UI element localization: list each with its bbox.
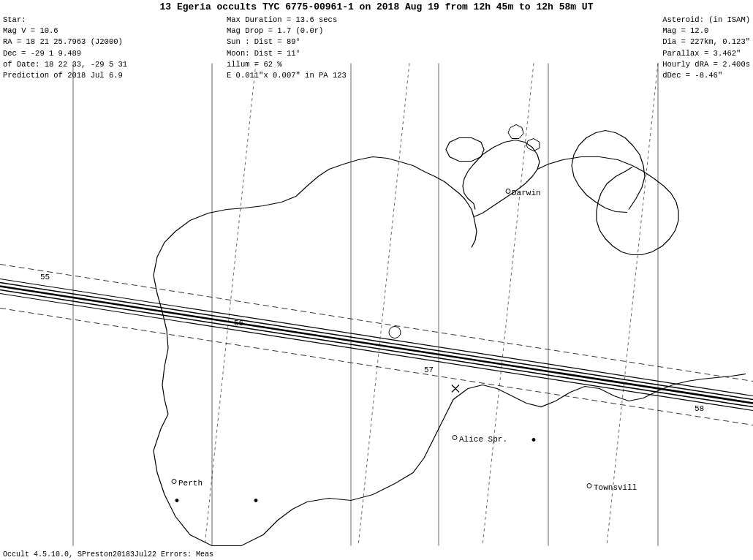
svg-line-5: [0, 309, 753, 425]
time-labels: 55 56 57 58: [40, 273, 704, 413]
svg-line-15: [358, 64, 409, 546]
svg-line-14: [205, 64, 256, 546]
cross-marker: [452, 385, 459, 393]
ref-dot-1: [254, 499, 257, 502]
label-55: 55: [40, 273, 50, 281]
svg-point-21: [587, 484, 591, 488]
svg-line-2: [0, 294, 753, 411]
map-area: 55 56 57 58 Darwin Alice Spr. Perth Town…: [0, 62, 753, 547]
city-perth: Perth: [178, 479, 203, 488]
title-bar: 13 Egeria occults TYC 6775-00961-1 on 20…: [0, 1, 753, 12]
asteroid-dia: Dia = 227km, 0.123": [662, 37, 750, 48]
label-58: 58: [695, 404, 704, 413]
svg-line-4: [0, 265, 753, 382]
label-56: 56: [234, 319, 243, 328]
moon-dist: Moon: Dist = 11°: [227, 48, 347, 59]
svg-line-3: [0, 287, 753, 404]
svg-line-7: [0, 290, 753, 407]
occultation-path: [0, 265, 753, 425]
mag-drop: Mag Drop = 1.7 (0.0r): [227, 26, 347, 37]
main-container: 13 Egeria occults TYC 6775-00961-1 on 20…: [0, 0, 753, 560]
footer-text: Occult 4.5.10.0, SPreston20183Jul22 Erro…: [3, 550, 213, 559]
sun-dist: Sun : Dist = 89°: [227, 37, 347, 48]
svg-point-18: [506, 189, 510, 194]
ref-dot-3: [175, 499, 178, 502]
footer: Occult 4.5.10.0, SPreston20183Jul22 Erro…: [3, 550, 213, 559]
mag-v: Mag V = 10.6: [3, 26, 127, 37]
ra: RA = 18 21 25.7963 (J2000): [3, 37, 127, 48]
coastline: [154, 125, 746, 546]
asteroid-label: Asteroid: (in ISAM): [662, 15, 750, 26]
svg-line-1: [0, 279, 753, 396]
max-duration: Max Duration = 13.6 secs: [227, 15, 347, 26]
city-darwin: Darwin: [512, 189, 541, 197]
svg-point-20: [172, 480, 176, 484]
city-markers: Darwin Alice Spr. Perth Townsvill: [172, 189, 637, 492]
map-svg: 55 56 57 58 Darwin Alice Spr. Perth Town…: [0, 62, 753, 547]
svg-line-16: [483, 64, 534, 546]
title-text: 13 Egeria occults TYC 6775-00961-1 on 20…: [160, 1, 594, 12]
city-townsville: Townsvill: [594, 483, 637, 492]
svg-point-19: [453, 436, 457, 440]
svg-line-17: [607, 64, 658, 546]
asteroid-mag: Mag = 12.0: [662, 26, 750, 37]
label-57: 57: [424, 366, 434, 374]
ref-dot-2: [532, 439, 535, 442]
svg-line-6: [0, 283, 753, 400]
city-alice-springs: Alice Spr.: [459, 435, 507, 444]
dec: Dec = -29 1 9.489: [3, 48, 127, 59]
grid-lines: [73, 64, 658, 546]
star-label: Star:: [3, 15, 127, 26]
svg-point-0: [389, 327, 401, 338]
parallax: Parallax = 3.462": [662, 48, 750, 59]
